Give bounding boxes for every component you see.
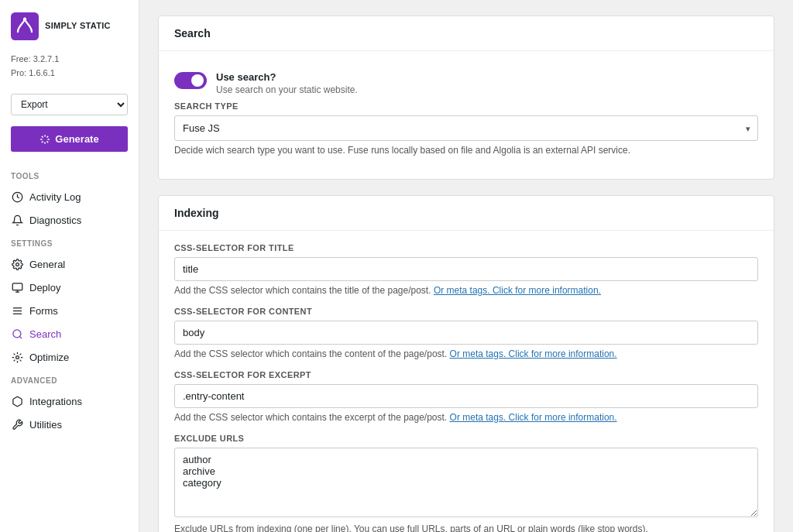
deploy-icon <box>11 281 23 293</box>
sidebar-item-search[interactable]: Search <box>0 322 139 345</box>
search-card-title: Search <box>159 16 774 51</box>
search-icon <box>11 328 23 340</box>
logo-icon <box>11 12 39 40</box>
css-excerpt-link[interactable]: Or meta tags. Click for more information… <box>450 412 617 423</box>
generate-button[interactable]: Generate <box>11 126 128 152</box>
exclude-urls-desc: Exclude URLs from indexing (one per line… <box>174 523 758 532</box>
css-content-input[interactable] <box>174 321 758 345</box>
main-content: Search Use search? Use search on your st… <box>139 0 793 532</box>
exclude-urls-textarea[interactable]: author archive category <box>174 448 758 517</box>
export-select[interactable]: Export Local Remote <box>11 94 128 115</box>
integrations-label: Integrations <box>29 396 82 407</box>
svg-line-8 <box>19 336 22 338</box>
css-title-desc: Add the CSS selector which contains the … <box>174 285 758 296</box>
svg-rect-3 <box>12 283 22 290</box>
exclude-urls-label: EXCLUDE URLS <box>174 434 758 443</box>
sidebar-item-general[interactable]: General <box>0 252 139 276</box>
integrations-icon <box>11 395 23 407</box>
tools-section-label: TOOLS <box>0 164 139 185</box>
generate-icon <box>39 134 50 145</box>
search-type-label: SEARCH TYPE <box>174 101 758 111</box>
settings-nav: General Deploy Forms <box>0 252 139 369</box>
svg-point-1 <box>23 18 27 22</box>
version-info: Free: 3.2.7.1 Pro: 1.6.6.1 <box>0 50 139 89</box>
search-card: Search Use search? Use search on your st… <box>158 15 774 180</box>
css-title-input[interactable] <box>174 257 758 281</box>
forms-icon <box>11 304 23 317</box>
css-title-group: CSS-SELECTOR FOR TITLE Add the CSS selec… <box>174 243 758 296</box>
tools-nav: Activity Log Diagnostics <box>0 185 139 232</box>
deploy-label: Deploy <box>29 282 60 293</box>
gear-icon <box>11 258 23 270</box>
indexing-card-body: CSS-SELECTOR FOR TITLE Add the CSS selec… <box>159 231 774 532</box>
sidebar-item-deploy[interactable]: Deploy <box>0 276 139 299</box>
search-card-body: Use search? Use search on your static we… <box>159 51 774 179</box>
sidebar-item-forms[interactable]: Forms <box>0 299 139 322</box>
advanced-nav: Integrations Utilities <box>0 390 139 436</box>
sidebar-item-integrations[interactable]: Integrations <box>0 390 139 413</box>
svg-rect-0 <box>11 12 39 40</box>
logo-text: SIMPLY STATIC <box>45 21 111 31</box>
sidebar: SIMPLY STATIC Free: 3.2.7.1 Pro: 1.6.6.1… <box>0 0 139 532</box>
svg-point-9 <box>15 355 19 359</box>
optimize-icon <box>11 351 23 363</box>
optimize-label: Optimize <box>29 352 69 363</box>
css-excerpt-label: CSS-SELECTOR FOR EXCERPT <box>174 370 758 379</box>
general-label: General <box>29 259 65 270</box>
forms-label: Forms <box>29 305 58 317</box>
bell-icon <box>11 214 23 226</box>
use-search-desc: Use search on your static website. <box>216 84 358 95</box>
search-label: Search <box>29 328 61 340</box>
css-excerpt-input[interactable] <box>174 384 758 408</box>
sidebar-item-utilities[interactable]: Utilities <box>0 413 139 436</box>
use-search-row: Use search? Use search on your static we… <box>174 63 758 101</box>
logo-area: SIMPLY STATIC <box>0 0 139 50</box>
css-content-label: CSS-SELECTOR FOR CONTENT <box>174 307 758 316</box>
indexing-card-title: Indexing <box>159 196 774 231</box>
css-content-group: CSS-SELECTOR FOR CONTENT Add the CSS sel… <box>174 307 758 359</box>
sidebar-item-diagnostics[interactable]: Diagnostics <box>0 208 139 232</box>
svg-point-7 <box>12 330 20 338</box>
css-content-desc: Add the CSS selector which contains the … <box>174 348 758 359</box>
search-type-select[interactable]: Fuse JS Algolia <box>174 115 758 141</box>
settings-section-label: SETTINGS <box>0 232 139 252</box>
css-content-link[interactable]: Or meta tags. Click for more information… <box>450 348 617 359</box>
export-select-wrap: Export Local Remote <box>0 89 139 120</box>
search-type-group: SEARCH TYPE Fuse JS Algolia ▾ Decide wic… <box>174 101 758 156</box>
search-type-select-wrap: Fuse JS Algolia ▾ <box>174 115 758 141</box>
advanced-section-label: ADVANCED <box>0 369 139 390</box>
css-excerpt-group: CSS-SELECTOR FOR EXCERPT Add the CSS sel… <box>174 370 758 423</box>
exclude-urls-group: EXCLUDE URLS author archive category Exc… <box>174 434 758 532</box>
use-search-label: Use search? <box>216 71 358 83</box>
svg-point-2 <box>15 263 19 266</box>
search-type-desc: Decide wich search type you want to use.… <box>174 145 758 156</box>
activity-log-label: Activity Log <box>29 191 81 203</box>
pro-version: Pro: 1.6.6.1 <box>11 67 128 81</box>
css-excerpt-desc: Add the CSS selector which contains the … <box>174 412 758 423</box>
activity-icon <box>11 190 23 203</box>
free-version: Free: 3.2.7.1 <box>11 53 128 67</box>
sidebar-item-optimize[interactable]: Optimize <box>0 345 139 369</box>
css-title-label: CSS-SELECTOR FOR TITLE <box>174 243 758 252</box>
utilities-label: Utilities <box>29 419 62 431</box>
use-search-toggle[interactable] <box>174 72 207 89</box>
sidebar-item-activity-log[interactable]: Activity Log <box>0 185 139 208</box>
css-title-link[interactable]: Or meta tags. Click for more information… <box>434 285 601 296</box>
indexing-card: Indexing CSS-SELECTOR FOR TITLE Add the … <box>158 195 774 532</box>
use-search-label-group: Use search? Use search on your static we… <box>216 71 358 95</box>
utilities-icon <box>11 418 23 431</box>
diagnostics-label: Diagnostics <box>29 215 81 226</box>
